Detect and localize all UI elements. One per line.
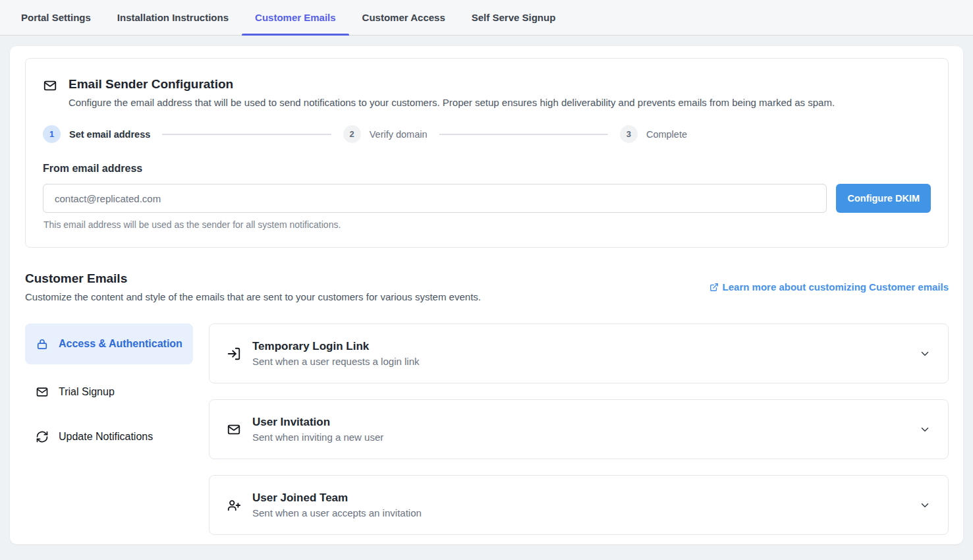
customer-emails-description: Customize the content and style of the e…: [25, 291, 481, 302]
tab-customer-access[interactable]: Customer Access: [349, 0, 459, 35]
email-setup-stepper: 1 Set email address 2 Verify domain 3 Co…: [43, 125, 931, 143]
tab-portal-settings[interactable]: Portal Settings: [8, 0, 104, 35]
stepper-connector: [162, 134, 331, 135]
template-subtitle: Sent when a user requests a login link: [252, 356, 419, 367]
from-email-label: From email address: [43, 163, 931, 175]
customer-emails-heading: Customer Emails: [25, 271, 481, 286]
tab-installation-instructions[interactable]: Installation Instructions: [104, 0, 242, 35]
step-number-badge: 3: [620, 125, 638, 143]
lock-icon: [36, 337, 49, 350]
template-subtitle: Sent when a user accepts an invitation: [252, 507, 422, 518]
stepper-connector: [439, 134, 608, 135]
tab-customer-emails[interactable]: Customer Emails: [242, 0, 349, 35]
template-subtitle: Sent when inviting a new user: [252, 432, 383, 443]
tab-self-serve-signup[interactable]: Self Serve Signup: [459, 0, 569, 35]
email-sender-description: Configure the email address that will be…: [69, 97, 835, 108]
nav-item-label: Trial Signup: [59, 384, 115, 400]
mail-icon: [227, 422, 241, 437]
email-sender-configuration-card: Email Sender Configuration Configure the…: [25, 58, 949, 248]
settings-tabbar: Portal Settings Installation Instruction…: [0, 0, 973, 36]
step-number-badge: 1: [43, 125, 61, 143]
nav-item-update-notifications[interactable]: Update Notifications: [25, 420, 193, 454]
step-label: Set email address: [69, 129, 150, 140]
template-card-temporary-login-link[interactable]: Temporary Login Link Sent when a user re…: [209, 323, 949, 383]
email-sender-title: Email Sender Configuration: [69, 77, 835, 92]
nav-item-label: Update Notifications: [59, 429, 153, 445]
learn-more-link[interactable]: Learn more about customizing Customer em…: [709, 281, 949, 293]
step-label: Verify domain: [370, 129, 428, 140]
chevron-down-icon[interactable]: [919, 499, 931, 511]
mail-icon: [36, 385, 49, 399]
chevron-down-icon[interactable]: [919, 424, 931, 435]
external-link-icon: [709, 283, 719, 292]
step-set-email-address: 1 Set email address: [43, 125, 150, 143]
chevron-down-icon[interactable]: [919, 348, 931, 360]
template-title: Temporary Login Link: [252, 340, 419, 353]
nav-item-label: Access & Authentication: [59, 336, 182, 352]
template-title: User Invitation: [252, 416, 383, 429]
email-template-list: Temporary Login Link Sent when a user re…: [209, 323, 949, 535]
refresh-icon: [36, 430, 49, 443]
nav-item-access-authentication[interactable]: Access & Authentication: [25, 323, 193, 364]
template-title: User Joined Team: [252, 491, 422, 505]
nav-item-trial-signup[interactable]: Trial Signup: [25, 375, 193, 409]
email-helper-text: This email address will be used as the s…: [43, 219, 931, 230]
mail-icon: [43, 78, 57, 93]
email-category-nav: Access & Authentication Trial Signup Upd…: [25, 323, 193, 454]
customer-emails-panel: Email Sender Configuration Configure the…: [10, 46, 963, 544]
step-verify-domain: 2 Verify domain: [343, 125, 428, 143]
step-number-badge: 2: [343, 125, 361, 143]
template-card-user-invitation[interactable]: User Invitation Sent when inviting a new…: [209, 399, 949, 459]
from-email-input[interactable]: [43, 184, 827, 213]
configure-dkim-button[interactable]: Configure DKIM: [836, 184, 931, 213]
login-icon: [227, 347, 241, 361]
template-card-user-joined-team[interactable]: User Joined Team Sent when a user accept…: [209, 475, 949, 535]
learn-more-label: Learn more about customizing Customer em…: [723, 281, 949, 293]
user-plus-icon: [227, 498, 241, 513]
step-complete: 3 Complete: [620, 125, 687, 143]
step-label: Complete: [646, 129, 687, 140]
